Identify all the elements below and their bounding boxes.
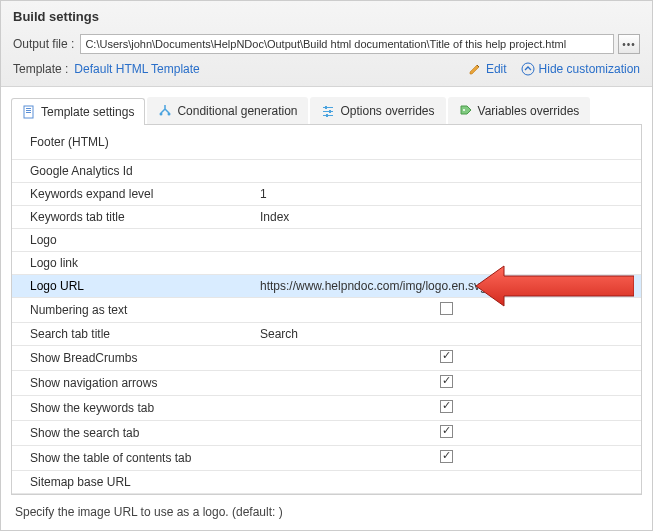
setting-name: Logo (12, 228, 252, 251)
setting-name: Logo URL (12, 274, 252, 297)
checkbox-checked-icon[interactable] (440, 350, 453, 363)
svg-rect-12 (326, 114, 328, 117)
table-row[interactable]: Footer (HTML) (12, 125, 641, 159)
table-row[interactable]: Search tab titleSearch (12, 322, 641, 345)
branch-icon (158, 104, 172, 118)
tab-variables-overrides[interactable]: Variables overrides (448, 97, 591, 124)
setting-value[interactable] (252, 370, 641, 395)
tab-label: Variables overrides (478, 104, 580, 118)
template-label: Template : (13, 62, 68, 76)
header: Build settings Output file : ••• Templat… (1, 1, 652, 87)
setting-name: Sitemap base URL (12, 470, 252, 493)
table-row[interactable]: Logo link (12, 251, 641, 274)
tab-label: Conditional generation (177, 104, 297, 118)
browse-button[interactable]: ••• (618, 34, 640, 54)
setting-name: Search tab title (12, 322, 252, 345)
setting-name: Logo link (12, 251, 252, 274)
setting-value[interactable]: Index (252, 205, 641, 228)
svg-rect-8 (323, 111, 333, 112)
output-row: Output file : ••• (13, 34, 640, 54)
setting-value[interactable] (252, 159, 641, 182)
table-row[interactable]: Show the keywords tab (12, 395, 641, 420)
setting-name: Google Analytics Id (12, 159, 252, 182)
tab-bar: Template settings Conditional generation… (11, 97, 642, 125)
edit-label: Edit (486, 62, 507, 76)
logo-url-input[interactable] (260, 279, 633, 293)
table-row[interactable]: Sitemap base URL (12, 470, 641, 493)
table-row[interactable]: Numbering as text (12, 297, 641, 322)
svg-point-6 (168, 113, 171, 116)
template-link[interactable]: Default HTML Template (74, 62, 199, 76)
table-row[interactable]: Keywords tab titleIndex (12, 205, 641, 228)
help-text: Specify the image URL to use as a logo. … (1, 495, 652, 529)
sliders-icon (321, 104, 335, 118)
checkbox-checked-icon[interactable] (440, 425, 453, 438)
table-row[interactable]: Keywords expand level1 (12, 182, 641, 205)
table-row[interactable]: Google Analytics Id (12, 159, 641, 182)
table-row[interactable]: Show navigation arrows (12, 370, 641, 395)
setting-value[interactable] (252, 470, 641, 493)
tag-icon (459, 104, 473, 118)
setting-value[interactable] (252, 274, 641, 297)
table-row[interactable]: Logo (12, 228, 641, 251)
chevron-up-circle-icon (521, 62, 535, 76)
svg-rect-10 (325, 106, 327, 109)
setting-name: Footer (HTML) (12, 125, 252, 159)
svg-rect-7 (323, 107, 333, 108)
setting-name: Numbering as text (12, 297, 252, 322)
checkbox-checked-icon[interactable] (440, 400, 453, 413)
tab-label: Options overrides (340, 104, 434, 118)
svg-rect-11 (329, 110, 331, 113)
setting-value[interactable] (252, 297, 641, 322)
document-icon (22, 105, 36, 119)
tab-label: Template settings (41, 105, 134, 119)
setting-value[interactable] (252, 228, 641, 251)
hide-label: Hide customization (539, 62, 640, 76)
setting-value[interactable] (252, 395, 641, 420)
checkbox-icon[interactable] (440, 302, 453, 315)
setting-name: Keywords tab title (12, 205, 252, 228)
svg-rect-4 (26, 112, 31, 113)
table-row[interactable]: Show the search tab (12, 420, 641, 445)
setting-name: Show navigation arrows (12, 370, 252, 395)
tab-options-overrides[interactable]: Options overrides (310, 97, 445, 124)
setting-value[interactable]: Search (252, 322, 641, 345)
tab-conditional-generation[interactable]: Conditional generation (147, 97, 308, 124)
build-settings-window: Build settings Output file : ••• Templat… (0, 0, 653, 531)
svg-point-5 (160, 113, 163, 116)
output-file-label: Output file : (13, 37, 74, 51)
svg-point-0 (522, 63, 534, 75)
setting-name: Keywords expand level (12, 182, 252, 205)
setting-value[interactable]: 1 (252, 182, 641, 205)
panel-title: Build settings (13, 9, 640, 24)
tab-template-settings[interactable]: Template settings (11, 98, 145, 125)
checkbox-checked-icon[interactable] (440, 450, 453, 463)
table-row[interactable]: Show BreadCrumbs (12, 345, 641, 370)
template-row: Template : Default HTML Template Edit Hi… (13, 62, 640, 76)
edit-link[interactable]: Edit (468, 62, 507, 76)
svg-point-13 (463, 109, 465, 111)
output-file-input[interactable] (80, 34, 614, 54)
setting-name: Show BreadCrumbs (12, 345, 252, 370)
content-area: Template settings Conditional generation… (1, 97, 652, 529)
setting-value[interactable] (252, 345, 641, 370)
svg-rect-2 (26, 108, 31, 109)
table-row[interactable]: Show the table of contents tab (12, 445, 641, 470)
table-row-selected[interactable]: Logo URL (12, 274, 641, 297)
settings-grid: Footer (HTML) Google Analytics Id Keywor… (11, 125, 642, 495)
setting-value[interactable] (252, 420, 641, 445)
svg-rect-3 (26, 110, 31, 111)
setting-value[interactable] (252, 125, 641, 159)
setting-value[interactable] (252, 251, 641, 274)
pencil-icon (468, 62, 482, 76)
setting-name: Show the search tab (12, 420, 252, 445)
setting-name: Show the keywords tab (12, 395, 252, 420)
hide-customization-link[interactable]: Hide customization (521, 62, 640, 76)
setting-name: Show the table of contents tab (12, 445, 252, 470)
header-actions: Edit Hide customization (468, 62, 640, 76)
setting-value[interactable] (252, 445, 641, 470)
checkbox-checked-icon[interactable] (440, 375, 453, 388)
